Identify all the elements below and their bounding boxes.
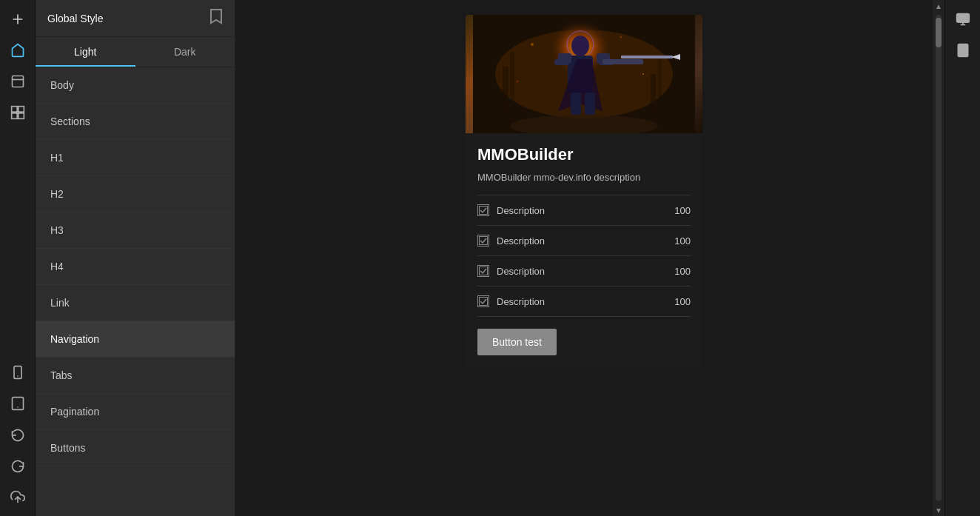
preview-row-4: Description 100 bbox=[477, 287, 691, 317]
svg-rect-42 bbox=[958, 44, 967, 57]
right-scrollbar: ▲ ▼ bbox=[933, 0, 944, 516]
svg-rect-39 bbox=[956, 14, 969, 23]
preview-row-3: Description 100 bbox=[477, 256, 691, 287]
preview-row-2: Description 100 bbox=[477, 226, 691, 256]
preview-row-1: Description 100 bbox=[477, 195, 691, 226]
svg-point-32 bbox=[620, 36, 622, 38]
sidebar-title: Global Style bbox=[47, 13, 103, 24]
tablet-icon-button[interactable] bbox=[4, 390, 31, 417]
left-toolbar bbox=[0, 0, 36, 516]
row-label-4: Description bbox=[497, 296, 667, 307]
bookmark-icon[interactable] bbox=[209, 8, 223, 28]
sidebar-header: Global Style bbox=[36, 0, 235, 37]
svg-point-34 bbox=[517, 81, 519, 83]
svg-rect-21 bbox=[603, 59, 643, 64]
svg-point-7 bbox=[17, 375, 19, 377]
add-button[interactable] bbox=[4, 6, 31, 33]
row-checkbox-2[interactable] bbox=[477, 235, 489, 247]
preview-rows: Description 100 Description 100 bbox=[477, 195, 691, 317]
tab-light[interactable]: Light bbox=[36, 37, 135, 67]
svg-rect-25 bbox=[585, 93, 595, 115]
preview-image bbox=[466, 15, 702, 133]
svg-rect-24 bbox=[571, 93, 581, 115]
row-label-2: Description bbox=[497, 235, 667, 247]
row-value-1: 100 bbox=[674, 205, 691, 216]
row-value-2: 100 bbox=[674, 235, 691, 247]
tab-bar: Light Dark bbox=[36, 37, 235, 67]
svg-rect-5 bbox=[18, 113, 24, 119]
sidebar-item-pagination[interactable]: Pagination bbox=[36, 394, 235, 430]
svg-rect-0 bbox=[12, 76, 23, 87]
preview-card: MMOBuilder MMOBuilder mmo-dev.info descr… bbox=[466, 15, 702, 367]
redo-icon-button[interactable] bbox=[4, 452, 31, 479]
svg-point-43 bbox=[962, 53, 964, 54]
svg-point-33 bbox=[642, 73, 644, 75]
scroll-down-arrow[interactable]: ▼ bbox=[933, 504, 944, 516]
undo-icon-button[interactable] bbox=[4, 421, 31, 448]
sidebar-item-tabs[interactable]: Tabs bbox=[36, 358, 235, 394]
sidebar-item-body[interactable]: Body bbox=[36, 67, 235, 104]
svg-rect-22 bbox=[621, 56, 673, 58]
svg-rect-19 bbox=[554, 59, 569, 65]
layers-icon-button[interactable] bbox=[4, 37, 31, 64]
row-checkbox-4[interactable] bbox=[477, 295, 489, 307]
tab-dark[interactable]: Dark bbox=[135, 37, 235, 67]
pages-icon-button[interactable] bbox=[4, 68, 31, 95]
svg-rect-28 bbox=[510, 52, 514, 111]
svg-rect-3 bbox=[18, 107, 24, 113]
row-checkbox-3[interactable] bbox=[477, 265, 489, 277]
assets-icon-button[interactable] bbox=[4, 99, 31, 126]
row-label-3: Description bbox=[497, 266, 667, 277]
preview-description: MMOBuilder mmo-dev.info description bbox=[477, 172, 691, 183]
export-icon-button[interactable] bbox=[4, 483, 31, 510]
right-toolbar bbox=[944, 0, 980, 516]
main-content: MMOBuilder MMOBuilder mmo-dev.info descr… bbox=[235, 0, 944, 516]
sidebar-item-buttons[interactable]: Buttons bbox=[36, 430, 235, 466]
nav-list: Body Sections H1 H2 H3 H4 Link Navigatio… bbox=[36, 67, 235, 516]
svg-rect-30 bbox=[658, 59, 662, 111]
desktop-view-button[interactable] bbox=[950, 6, 976, 33]
sidebar-item-navigation[interactable]: Navigation bbox=[36, 321, 235, 358]
sidebar-item-h2[interactable]: H2 bbox=[36, 176, 235, 212]
svg-point-31 bbox=[531, 43, 534, 46]
sidebar-item-link[interactable]: Link bbox=[36, 285, 235, 321]
svg-point-14 bbox=[571, 36, 589, 56]
canvas-area: MMOBuilder MMOBuilder mmo-dev.info descr… bbox=[235, 0, 933, 516]
mobile-icon-button[interactable] bbox=[4, 359, 31, 386]
sidebar-panel: Global Style Light Dark Body Sections H1… bbox=[36, 0, 235, 516]
row-label-1: Description bbox=[497, 205, 667, 216]
svg-rect-6 bbox=[14, 366, 21, 379]
row-value-3: 100 bbox=[674, 266, 691, 277]
sidebar-item-h3[interactable]: H3 bbox=[36, 212, 235, 249]
scroll-up-arrow[interactable]: ▲ bbox=[933, 0, 944, 12]
svg-rect-4 bbox=[11, 113, 17, 119]
row-value-4: 100 bbox=[674, 296, 691, 307]
tablet-view-button[interactable] bbox=[950, 37, 976, 64]
svg-point-9 bbox=[17, 406, 19, 408]
sidebar-item-h1[interactable]: H1 bbox=[36, 140, 235, 176]
preview-title: MMOBuilder bbox=[477, 145, 691, 164]
scrollbar-thumb[interactable] bbox=[936, 18, 942, 47]
svg-rect-2 bbox=[11, 107, 17, 113]
sidebar-item-sections[interactable]: Sections bbox=[36, 104, 235, 140]
preview-body: MMOBuilder MMOBuilder mmo-dev.info descr… bbox=[466, 133, 702, 367]
row-checkbox-1[interactable] bbox=[477, 204, 489, 216]
preview-button-test[interactable]: Button test bbox=[477, 329, 557, 355]
sidebar-item-h4[interactable]: H4 bbox=[36, 249, 235, 285]
svg-rect-27 bbox=[503, 67, 509, 111]
scrollbar-track bbox=[936, 15, 942, 501]
svg-rect-29 bbox=[651, 74, 656, 111]
